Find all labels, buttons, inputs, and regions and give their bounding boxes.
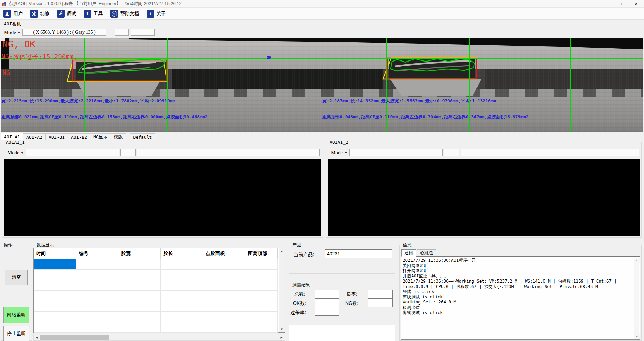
tab-aoi-b1[interactable]: AOI-B1 [45,133,68,140]
table-cell[interactable] [34,301,76,312]
table-cell[interactable] [203,270,245,280]
table-cell[interactable] [118,280,161,291]
toolbar-button-tools[interactable]: T 工具 [84,10,103,18]
table-cell[interactable] [76,312,118,322]
table-cell[interactable] [203,301,245,312]
column-header-glue-width[interactable]: 胶宽 [118,248,161,259]
table-cell[interactable] [76,259,118,270]
table-cell[interactable] [203,322,245,333]
current-product-field[interactable] [325,249,392,258]
table-cell[interactable] [118,270,161,280]
toolbar-button-user[interactable]: 用户 [3,10,23,18]
yield-field[interactable] [368,290,393,299]
panel2-mode-dropdown[interactable]: Mode [329,149,348,156]
table-cell[interactable] [245,312,278,322]
camera-field-2[interactable] [115,29,129,36]
panel2-field-2[interactable] [444,149,459,156]
table-cell[interactable] [245,270,278,280]
panel1-field-1[interactable] [26,149,119,156]
scroll-up-icon[interactable]: ▲ [634,258,640,263]
column-header-time[interactable]: 时间 [34,248,76,259]
camera-coords-readout[interactable]: ( X 6568, Y 1463 ) : ( Gray 135 ) [22,29,106,36]
toolbar-button-debug[interactable]: 调试 [57,10,76,18]
table-cell[interactable] [34,291,76,301]
scroll-right-icon[interactable]: ▶ [278,334,285,340]
total-count-field[interactable] [315,290,339,299]
clear-button[interactable]: 清空 [5,270,28,285]
camera-mode-dropdown[interactable]: Mode [2,29,21,36]
table-cell[interactable] [245,291,278,301]
tab-ng-display[interactable]: NG显示 [90,133,111,140]
table-cell[interactable] [161,280,203,291]
table-vertical-scrollbar[interactable]: ▲ ▼ [279,248,285,332]
table-cell[interactable] [161,322,203,333]
column-header-id[interactable]: 编号 [76,248,118,259]
table-cell[interactable] [161,291,203,301]
close-button[interactable]: ✕ [628,0,644,8]
table-cell[interactable] [118,259,161,270]
table-cell[interactable] [161,312,203,322]
table-cell[interactable] [203,291,245,301]
ok-count-field[interactable] [315,298,339,307]
tab-template[interactable]: 模版 [111,133,126,140]
table-cell[interactable] [245,259,278,270]
scroll-left-icon[interactable]: ◀ [34,334,40,340]
table-cell[interactable] [245,280,278,291]
table-cell[interactable] [34,322,76,333]
column-header-glue-length[interactable]: 胶长 [161,248,203,259]
panel1-mode-dropdown[interactable]: Mode [5,149,24,156]
table-horizontal-scrollbar[interactable]: ◀ ▶ [33,334,285,341]
tab-aoi-a2[interactable]: AOI-A2 [23,133,46,140]
scroll-down-icon[interactable]: ▼ [634,334,640,340]
table-cell[interactable] [118,312,161,322]
table-cell[interactable] [245,301,278,312]
panel1-field-3[interactable] [137,149,320,156]
minimize-button[interactable]: – [596,0,612,8]
network-listen-button[interactable]: 网络监听 [3,307,29,323]
tab-aoi-b2[interactable]: AOI-B2 [68,133,90,140]
stop-listen-button[interactable]: 停止监听 [3,326,29,341]
tab-comm[interactable]: 通讯 [401,249,416,257]
table-cell[interactable] [34,259,76,270]
tool-icon: T [84,10,91,18]
table-cell[interactable] [203,280,245,291]
log-scrollbar[interactable]: ▲ ▼ [634,258,639,340]
maximize-button[interactable]: □ [612,0,628,8]
camera-viewport[interactable]: NG, OK NG:胶体过长:15.290mm, NG OK 宽:2.215mm… [1,38,643,132]
table-cell[interactable] [161,259,203,270]
ng-count-field[interactable] [368,298,393,307]
overkill-rate-field[interactable] [315,307,339,316]
column-header-distance-top[interactable]: 距离顶部 [245,248,278,259]
tab-aoi-a1[interactable]: AOI-A1 [1,133,23,140]
panel2-field-3[interactable] [461,149,639,156]
table-cell[interactable] [76,270,118,280]
table-cell[interactable] [161,270,203,280]
table-cell[interactable] [34,270,76,280]
panel1-field-2[interactable] [120,149,136,156]
table-cell[interactable] [34,312,76,322]
scroll-down-icon[interactable]: ▼ [279,326,285,332]
table-cell[interactable] [76,322,118,333]
table-cell[interactable] [76,291,118,301]
table-cell[interactable] [118,322,161,333]
panel2-field-1[interactable] [349,149,443,156]
scroll-up-icon[interactable]: ▲ [279,248,285,254]
toolbar-button-about[interactable]: i 关于 [147,10,166,18]
table-cell[interactable] [203,259,245,270]
table-cell[interactable] [161,301,203,312]
toolbar-button-functions[interactable]: 功能 [30,10,49,18]
camera-field-3[interactable] [131,29,155,36]
table-cell[interactable] [76,280,118,291]
table-cell[interactable] [34,280,76,291]
table-cell[interactable] [245,322,278,333]
table-cell[interactable] [203,312,245,322]
tab-default[interactable]: Default [130,133,155,140]
toolbar-button-help[interactable]: ? 帮助文档 [110,10,139,18]
table-cell[interactable] [76,301,118,312]
scrollbar-thumb[interactable] [40,335,109,340]
table-cell[interactable] [118,291,161,301]
table-cell[interactable] [118,301,161,312]
column-header-glue-area[interactable]: 点胶面积 [203,248,245,259]
tab-heartbeat[interactable]: 心跳包 [417,249,436,257]
comm-log[interactable]: 2021/7/29 11:36:30:AOI程序打开关闭网络监听打开网络监听开启… [401,256,640,340]
